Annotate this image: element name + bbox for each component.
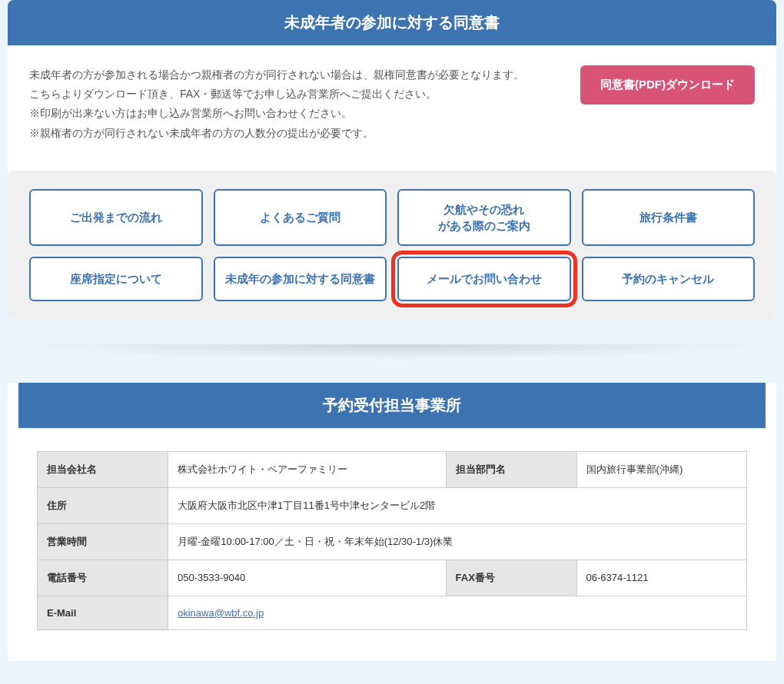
nav-email-inquiry[interactable]: メールでお問い合わせ (397, 257, 571, 301)
label-hours: 営業時間 (38, 523, 168, 559)
email-link[interactable]: okinawa@wbf.co.jp (178, 607, 264, 619)
shadow-divider (8, 344, 776, 360)
value-fax: 06-6374-1121 (576, 559, 746, 596)
table-row: 電話番号 050-3533-9040 FAX番号 06-6374-1121 (38, 559, 747, 596)
office-header: 予約受付担当事業所 (18, 383, 766, 428)
label-email: E-Mail (38, 596, 168, 629)
nav-flight-cancel-info[interactable]: 欠航やその恐れ がある際のご案内 (397, 189, 571, 246)
label-department: 担当部門名 (446, 451, 576, 487)
office-table: 担当会社名 株式会社ホワイト・ベアーファミリー 担当部門名 国内旅行事業部(沖縄… (37, 451, 747, 630)
value-company: 株式会社ホワイト・ベアーファミリー (168, 451, 447, 487)
consent-line: ※親権者の方が同行されない未成年者の方の人数分の提出が必要です。 (29, 124, 557, 143)
download-pdf-button[interactable]: 同意書(PDF)ダウンロード (580, 65, 755, 105)
consent-line: こちらよりダウンロード頂き、FAX・郵送等でお申し込み営業所へご提出ください。 (29, 85, 557, 104)
value-address: 大阪府大阪市北区中津1丁目11番1号中津センタービル2階 (168, 487, 747, 523)
value-department: 国内旅行事業部(沖縄) (576, 451, 746, 487)
label-address: 住所 (38, 487, 168, 523)
nav-booking-cancel[interactable]: 予約のキャンセル (582, 257, 756, 301)
label-company: 担当会社名 (38, 451, 168, 487)
nav-minor-consent[interactable]: 未成年の参加に対する同意書 (214, 257, 387, 301)
table-row: 担当会社名 株式会社ホワイト・ベアーファミリー 担当部門名 国内旅行事業部(沖縄… (38, 451, 747, 487)
table-row: 住所 大阪府大阪市北区中津1丁目11番1号中津センタービル2階 (38, 487, 747, 523)
label-tel: 電話番号 (38, 559, 168, 596)
consent-header: 未成年者の参加に対する同意書 (8, 0, 776, 45)
consent-line: 未成年者の方が参加される場合かつ親権者の方が同行されない場合は、親権同意書が必要… (29, 65, 557, 85)
value-hours: 月曜-金曜10:00-17:00／土・日・祝・年末年始(12/30-1/3)休業 (168, 523, 747, 559)
consent-line: ※印刷が出来ない方はお申し込み営業所へお問い合わせください。 (29, 104, 557, 123)
value-tel: 050-3533-9040 (168, 559, 447, 596)
nav-section: ご出発までの流れ よくあるご質問 欠航やその恐れ がある際のご案内 旅行条件書 … (8, 171, 776, 320)
nav-departure-flow[interactable]: ご出発までの流れ (29, 189, 203, 246)
consent-text: 未成年者の方が参加される場合かつ親権者の方が同行されない場合は、親権同意書が必要… (29, 65, 557, 143)
value-email: okinawa@wbf.co.jp (168, 596, 747, 629)
label-fax: FAX番号 (446, 559, 576, 596)
table-row: E-Mail okinawa@wbf.co.jp (38, 596, 747, 629)
nav-faq[interactable]: よくあるご質問 (214, 189, 387, 246)
nav-seat-assignment[interactable]: 座席指定について (29, 257, 203, 301)
table-row: 営業時間 月曜-金曜10:00-17:00／土・日・祝・年末年始(12/30-1… (38, 523, 747, 559)
nav-travel-conditions[interactable]: 旅行条件書 (582, 189, 756, 246)
